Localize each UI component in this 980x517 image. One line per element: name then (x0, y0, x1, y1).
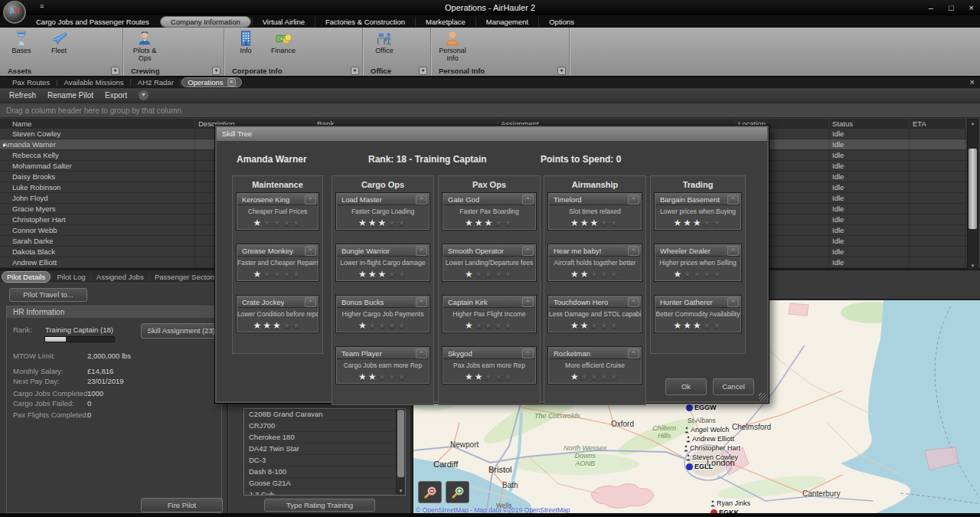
star-icon[interactable]: ★ (263, 218, 273, 228)
ribbon-button-personal-info[interactable]: Personal Info (435, 29, 470, 62)
detail-tab-passenger-sectors[interactable]: Passenger Sectors (150, 272, 220, 282)
map-marker-eggw[interactable]: EGGW (686, 404, 717, 411)
ribbon-button-fleet[interactable]: Fleet (41, 29, 77, 55)
tabbar-close-icon[interactable]: × (970, 77, 975, 87)
star-icon[interactable]: ★ (504, 269, 514, 280)
column-header-name[interactable]: Name (0, 119, 195, 129)
ribbon-button-bases[interactable]: Bases (4, 29, 39, 55)
collapse-icon[interactable]: ^ (305, 297, 316, 307)
star-icon[interactable]: ★ (590, 320, 600, 331)
star-icon[interactable]: ★ (387, 371, 397, 382)
tab-ah2-radar[interactable]: AH2 Radar (132, 77, 180, 87)
aircraft-item[interactable]: C208B Grand Caravan (244, 409, 405, 420)
star-icon[interactable]: ★ (599, 218, 609, 228)
collapse-icon[interactable]: ^ (305, 246, 316, 256)
aircraft-scrollbar[interactable]: ▼ (396, 409, 405, 495)
skill-assignment-button[interactable]: Skill Assignment (23) (141, 323, 221, 339)
star-icon[interactable]: ★ (465, 269, 475, 280)
star-icon[interactable]: ★ (703, 218, 713, 228)
star-icon[interactable]: ★ (494, 269, 504, 280)
star-icon[interactable]: ★ (465, 218, 475, 228)
star-icon[interactable]: ★ (713, 218, 723, 228)
aircraft-item[interactable]: CRJ700 (244, 420, 405, 432)
star-icon[interactable]: ★ (693, 269, 703, 280)
aircraft-item[interactable]: Cherokee 180 (244, 432, 405, 443)
star-icon[interactable]: ★ (609, 218, 619, 228)
star-icon[interactable]: ★ (263, 269, 273, 280)
star-icon[interactable]: ★ (253, 320, 263, 331)
star-icon[interactable]: ★ (703, 320, 713, 331)
collapse-icon[interactable]: ^ (727, 297, 739, 307)
star-icon[interactable]: ★ (494, 218, 504, 228)
star-icon[interactable]: ★ (485, 269, 495, 280)
dialog-launcher-icon[interactable]: ▾ (111, 67, 119, 75)
star-icon[interactable]: ★ (693, 218, 703, 228)
ribbon-tab-company-information[interactable]: Company Information (161, 17, 250, 27)
scrollbar-thumb[interactable] (397, 410, 404, 477)
star-icon[interactable]: ★ (590, 218, 600, 228)
toolbar-refresh-button[interactable]: Refresh (9, 91, 36, 100)
tab-close-icon[interactable]: × (227, 78, 236, 87)
star-icon[interactable]: ★ (609, 371, 619, 382)
star-icon[interactable]: ★ (599, 269, 609, 280)
star-icon[interactable]: ★ (368, 218, 378, 228)
star-icon[interactable]: ★ (485, 218, 495, 228)
collapse-icon[interactable]: ^ (416, 348, 427, 358)
star-icon[interactable]: ★ (599, 371, 609, 382)
star-icon[interactable]: ★ (378, 218, 388, 228)
star-icon[interactable]: ★ (292, 269, 302, 280)
star-icon[interactable]: ★ (504, 371, 514, 382)
dialog-title[interactable]: Skill Tree (217, 127, 767, 141)
star-icon[interactable]: ★ (683, 269, 693, 280)
star-icon[interactable]: ★ (494, 320, 504, 331)
collapse-icon[interactable]: ^ (416, 246, 427, 256)
toolbar-export-button[interactable]: Export (105, 91, 127, 100)
column-header-status[interactable]: Status (829, 119, 910, 129)
star-icon[interactable]: ★ (358, 371, 368, 382)
ribbon-tab-management[interactable]: Management (475, 17, 538, 27)
star-icon[interactable]: ★ (465, 320, 475, 331)
tab-operations[interactable]: Operations× (181, 77, 241, 87)
star-icon[interactable]: ★ (475, 269, 485, 280)
star-icon[interactable]: ★ (570, 269, 580, 280)
aircraft-item[interactable]: Dash 8-100 (244, 466, 405, 478)
maximize-button[interactable]: □ (949, 0, 954, 15)
scroll-down-icon[interactable]: ▼ (968, 262, 978, 270)
star-icon[interactable]: ★ (378, 269, 388, 280)
star-icon[interactable]: ★ (683, 218, 693, 228)
star-icon[interactable]: ★ (397, 218, 407, 228)
dialog-launcher-icon[interactable]: ▾ (351, 67, 359, 75)
ribbon-tab-virtual-airline[interactable]: Virtual Airline (252, 17, 315, 27)
star-icon[interactable]: ★ (368, 269, 378, 280)
detail-tab-pilot-log[interactable]: Pilot Log (53, 272, 90, 282)
collapse-icon[interactable]: ^ (727, 246, 739, 256)
collapse-icon[interactable]: ^ (628, 195, 639, 205)
collapse-icon[interactable]: ^ (727, 195, 739, 205)
star-icon[interactable]: ★ (263, 320, 273, 331)
star-icon[interactable]: ★ (609, 269, 619, 280)
star-icon[interactable]: ★ (580, 320, 590, 331)
star-icon[interactable]: ★ (358, 218, 368, 228)
ribbon-button-office[interactable]: Office (367, 29, 402, 55)
collapse-icon[interactable]: ^ (416, 297, 427, 307)
column-header-eta[interactable]: ETA (910, 119, 966, 129)
star-icon[interactable]: ★ (713, 269, 723, 280)
star-icon[interactable]: ★ (397, 269, 407, 280)
star-icon[interactable]: ★ (475, 371, 485, 382)
star-icon[interactable]: ★ (378, 320, 388, 331)
dialog-launcher-icon[interactable]: ▾ (212, 67, 220, 75)
ok-button[interactable]: Ok (665, 378, 707, 395)
dialog-launcher-icon[interactable]: ▾ (419, 67, 427, 75)
aircraft-item[interactable]: Goose G21A (244, 478, 405, 489)
close-button[interactable]: × (969, 0, 974, 15)
star-icon[interactable]: ★ (485, 320, 495, 331)
star-icon[interactable]: ★ (358, 269, 368, 280)
collapse-icon[interactable]: ^ (522, 195, 534, 205)
star-icon[interactable]: ★ (599, 320, 609, 331)
aircraft-item[interactable]: J-3 Cub (244, 489, 405, 496)
star-icon[interactable]: ★ (570, 320, 580, 331)
star-icon[interactable]: ★ (674, 218, 684, 228)
star-icon[interactable]: ★ (609, 320, 619, 331)
star-icon[interactable]: ★ (387, 218, 397, 228)
star-icon[interactable]: ★ (283, 269, 292, 280)
